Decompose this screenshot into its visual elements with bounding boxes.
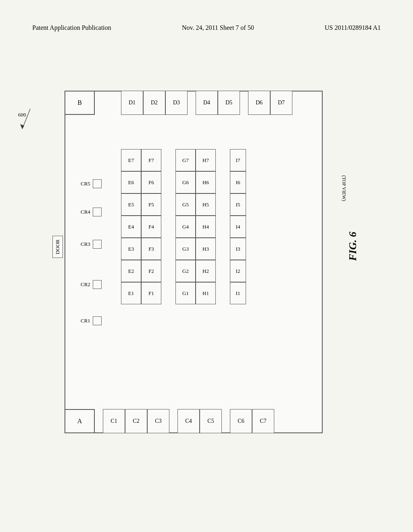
h5: H5 [196,193,216,216]
col-c7: C7 [252,409,274,433]
i-column: I7 I6 I5 I4 I3 I2 I1 [230,149,246,304]
f4: F4 [141,216,161,238]
i6: I6 [230,171,246,193]
h3: H3 [196,238,216,260]
row-a-cell: A [65,409,95,433]
i2: I2 [230,260,246,282]
col-d6: D6 [248,91,270,115]
gap1 [188,91,196,115]
door-label: DOOR [52,236,63,258]
page-header: Patent Application Publication Nov. 24, … [32,24,381,31]
i3: I3 [230,238,246,260]
e1: E1 [121,282,141,304]
ref-600: 600 [18,111,26,118]
diagram-area: 600 B D1 D2 D3 D4 D5 D6 D7 DOOR CR5 CR4 [40,62,347,466]
gap2 [240,91,248,115]
cr1-item: CR1 [81,316,102,325]
g6: G6 [175,171,196,193]
col-d7: D7 [270,91,292,115]
col-d1: D1 [121,91,143,115]
h-column: H7 H6 H5 H4 H3 H2 H1 [196,149,216,304]
cr5-item: CR5 [81,179,102,188]
e5: E5 [121,193,141,216]
h6: H6 [196,171,216,193]
e2: E2 [121,260,141,282]
f5: F5 [141,193,161,216]
f1: F1 [141,282,161,304]
col-c4: C4 [177,409,200,433]
h2: H2 [196,260,216,282]
date-sheet-label: Nov. 24, 2011 Sheet 7 of 50 [182,24,254,31]
f6: F6 [141,171,161,193]
col-d2: D2 [143,91,165,115]
g5: G5 [175,193,196,216]
cr3-item: CR3 [81,240,102,249]
publication-label: Patent Application Publication [32,24,111,31]
h4: H4 [196,216,216,238]
e3: E3 [121,238,141,260]
col-c1: C1 [103,409,125,433]
bot-gap2 [222,409,230,433]
cr4-square [93,208,102,216]
col-d5: D5 [218,91,240,115]
cr5-square [93,179,102,188]
e7: E7 [121,149,141,171]
patent-number-label: US 2011/0289184 A1 [325,24,381,31]
bot-gap1 [169,409,177,433]
f2: F2 [141,260,161,282]
g7: G7 [175,149,196,171]
figure-label: FIG. 6 [347,232,359,261]
top-view-label: (TOP VIEW) [341,175,347,201]
e6: E6 [121,171,141,193]
col-d4: D4 [196,91,218,115]
row-b-cell: B [65,91,95,115]
i4: I4 [230,216,246,238]
col-c3: C3 [147,409,169,433]
cr4-item: CR4 [81,208,102,216]
e4: E4 [121,216,141,238]
e-column: E7 E6 E5 E4 E3 E2 E1 [121,149,141,304]
cr2-square [93,280,102,289]
h7: H7 [196,149,216,171]
cr1-square [93,316,102,325]
g4: G4 [175,216,196,238]
f7: F7 [141,149,161,171]
i5: I5 [230,193,246,216]
col-c6: C6 [230,409,252,433]
i1: I1 [230,282,246,304]
i7: I7 [230,149,246,171]
top-column-headers: D1 D2 D3 D4 D5 D6 D7 [121,91,292,115]
g2: G2 [175,260,196,282]
f-column: F7 F6 F5 F4 F3 F2 F1 [141,149,161,304]
g1: G1 [175,282,196,304]
col-c5: C5 [200,409,222,433]
bottom-column-headers: C1 C2 C3 C4 C5 C6 C7 [103,409,274,433]
col-c2: C2 [125,409,147,433]
f3: F3 [141,238,161,260]
col-d3: D3 [165,91,188,115]
cr2-item: CR2 [81,280,102,289]
cr3-square [93,240,102,249]
g3: G3 [175,238,196,260]
g-column: G7 G6 G5 G4 G3 G2 G1 [175,149,196,304]
h1: H1 [196,282,216,304]
